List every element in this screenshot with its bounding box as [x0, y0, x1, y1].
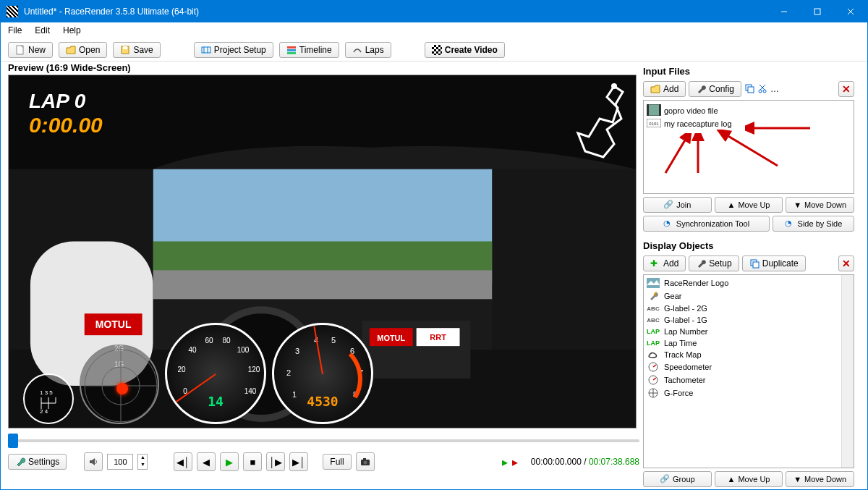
duplicate-object-button[interactable]: Duplicate — [742, 255, 806, 271]
new-icon — [15, 45, 25, 55]
play-button[interactable]: ▶ — [220, 452, 239, 471]
object-label: G-label - 2G — [664, 304, 707, 313]
file-item[interactable]: 0101 my racecapture log — [647, 118, 851, 130]
minimize-button[interactable] — [767, 1, 801, 22]
group-button[interactable]: 🔗Group — [643, 471, 712, 487]
menu-help[interactable]: Help — [63, 25, 81, 35]
object-item[interactable]: ABCG-label - 1G — [645, 314, 840, 326]
volume-stepper[interactable]: ▲▼ — [137, 454, 148, 470]
gauges-overlay: 1 3 52 4 2G 1G 020406080100120140 14 — [23, 323, 373, 424]
object-item[interactable]: LAPLap Time — [645, 337, 840, 349]
create-video-button[interactable]: Create Video — [425, 42, 505, 58]
file-item[interactable]: gopro video file — [647, 104, 851, 118]
open-icon — [66, 45, 76, 55]
svg-rect-10 — [287, 46, 296, 48]
svg-point-26 — [611, 83, 617, 89]
add-icon: ✚ — [650, 258, 660, 269]
svg-point-58 — [759, 90, 762, 93]
object-label: Lap Time — [664, 339, 697, 347]
movedown-file-button[interactable]: ▼ Move Down — [786, 197, 854, 213]
object-item[interactable]: Speedometer — [645, 360, 840, 373]
object-label: Track Map — [664, 350, 702, 359]
wrench-icon — [696, 84, 706, 94]
add-file-button[interactable]: Add — [643, 81, 686, 97]
menu-file[interactable]: File — [8, 25, 22, 35]
join-button[interactable]: 🔗Join — [643, 197, 712, 213]
save-button[interactable]: Save — [113, 42, 160, 58]
svg-text:1 3 5: 1 3 5 — [40, 389, 53, 396]
settings-button[interactable]: Settings — [8, 454, 67, 470]
volume-input[interactable] — [107, 454, 133, 470]
input-files-list[interactable]: gopro video file 0101 my racecapture log — [643, 100, 854, 194]
forward-button[interactable]: ▶│ — [289, 452, 308, 471]
laps-icon — [352, 45, 362, 55]
open-button[interactable]: Open — [59, 42, 107, 58]
timeline-button[interactable]: Timeline — [279, 42, 339, 58]
object-type-icon — [647, 291, 660, 301]
more-file-button[interactable]: … — [770, 84, 779, 94]
folder-icon — [650, 84, 660, 94]
object-item[interactable]: Tachometer — [645, 373, 840, 386]
svg-text:2: 2 — [286, 368, 291, 377]
cut-file-button[interactable] — [757, 83, 767, 96]
svg-line-68 — [727, 135, 778, 166]
slider-thumb[interactable] — [8, 434, 18, 448]
svg-text:20: 20 — [177, 366, 186, 373]
volume-button[interactable] — [84, 452, 103, 471]
app-icon — [7, 6, 18, 17]
add-object-button[interactable]: ✚Add — [643, 255, 686, 271]
window-title: Untitled* - RaceRender 3.5.8 Ultimate (6… — [24, 7, 767, 17]
input-files-title: Input Files — [643, 64, 854, 78]
object-item[interactable]: RaceRender Logo — [645, 276, 840, 290]
project-setup-button[interactable]: Project Setup — [194, 42, 273, 58]
step-frame-button[interactable]: │▶ — [266, 452, 285, 471]
maximize-button[interactable] — [801, 1, 834, 22]
flag-green-icon[interactable]: ▸ — [502, 455, 508, 469]
snapshot-button[interactable] — [356, 452, 375, 471]
rewind-button[interactable]: ◀ — [197, 452, 216, 471]
wrench-icon — [696, 258, 706, 269]
scrollbar[interactable] — [841, 275, 854, 468]
stop-button[interactable]: ■ — [243, 452, 262, 471]
object-item[interactable]: LAPLap Number — [645, 326, 840, 337]
object-item[interactable]: Track Map — [645, 349, 840, 360]
delete-file-button[interactable]: ✕ — [838, 81, 854, 97]
laps-button[interactable]: Laps — [345, 42, 391, 58]
preview-video[interactable]: MOTUL MOTUL RRT LAP 0 0:00.00 1 3 52 4 2… — [8, 75, 637, 428]
gforce-gauge: 2G 1G — [80, 345, 159, 424]
timeline-slider[interactable] — [8, 434, 639, 447]
full-button[interactable]: Full — [323, 454, 351, 470]
flag-red-icon[interactable]: ▸ — [512, 455, 518, 469]
svg-text:120: 120 — [248, 366, 260, 373]
sidebyside-button[interactable]: ◔Side by Side — [773, 216, 854, 232]
svg-rect-7 — [202, 47, 210, 53]
object-type-icon: LAP — [647, 339, 660, 347]
sync-tool-button[interactable]: ◔Synchronization Tool — [643, 216, 770, 232]
moveup-object-button[interactable]: ▲ Move Up — [715, 471, 783, 487]
close-button[interactable] — [834, 1, 867, 22]
delete-object-button[interactable]: ✕ — [838, 255, 854, 271]
titlebar: Untitled* - RaceRender 3.5.8 Ultimate (6… — [1, 1, 867, 22]
object-item[interactable]: G-Force — [645, 386, 840, 400]
new-button[interactable]: New — [8, 42, 53, 58]
svg-rect-12 — [287, 52, 296, 54]
clock-icon: ◔ — [663, 219, 673, 229]
copy-file-button[interactable] — [744, 83, 754, 96]
menu-edit[interactable]: Edit — [35, 25, 50, 35]
object-item[interactable]: Gear — [645, 290, 840, 303]
object-label: Lap Number — [664, 327, 708, 336]
svg-line-76 — [653, 365, 656, 367]
moveup-file-button[interactable]: ▲ Move Up — [715, 197, 783, 213]
display-objects-list[interactable]: RaceRender LogoGearABCG-label - 2GABCG-l… — [644, 275, 841, 468]
track-map-overlay — [563, 79, 629, 162]
svg-text:RRT: RRT — [430, 333, 446, 342]
link-icon: 🔗 — [660, 474, 670, 484]
object-item[interactable]: ABCG-label - 2G — [645, 303, 840, 314]
link-icon: 🔗 — [663, 200, 673, 210]
config-file-button[interactable]: Config — [689, 81, 741, 97]
svg-rect-63 — [647, 104, 649, 116]
setup-object-button[interactable]: Setup — [689, 255, 739, 271]
movedown-object-button[interactable]: ▼ Move Down — [786, 471, 854, 487]
object-label: G-label - 1G — [664, 316, 707, 324]
skip-start-button[interactable]: ◀│ — [174, 452, 192, 471]
